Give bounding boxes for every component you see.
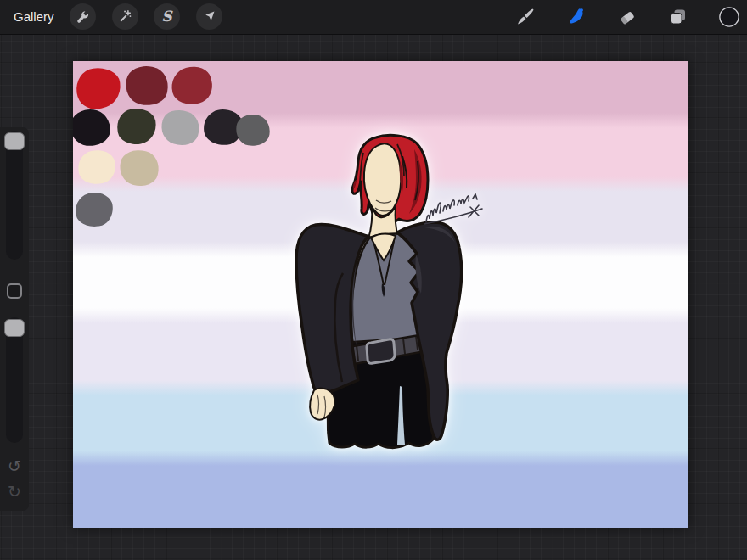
erase-tool-button[interactable] — [616, 6, 638, 28]
artist-signature — [424, 194, 482, 224]
layers-icon — [667, 6, 689, 28]
opacity-handle[interactable] — [4, 319, 25, 337]
undo-button[interactable]: ↺ — [0, 455, 29, 477]
gallery-button[interactable]: Gallery — [14, 0, 54, 34]
color-well-button[interactable] — [718, 6, 740, 28]
adjustments-button[interactable] — [112, 3, 138, 30]
redo-arrow-icon: ↻ — [8, 482, 21, 501]
canvas-artwork[interactable] — [73, 61, 688, 528]
palette-swatch[interactable] — [167, 63, 216, 109]
palette-swatch[interactable] — [74, 190, 115, 228]
palette-swatch[interactable] — [122, 62, 171, 109]
smudge-finger-icon — [565, 6, 587, 28]
smudge-tool-button[interactable] — [565, 6, 587, 28]
selection-button[interactable]: S — [154, 3, 180, 30]
undo-arrow-icon: ↺ — [8, 456, 21, 475]
color-circle-icon — [718, 5, 740, 29]
magic-wand-icon — [118, 9, 132, 24]
transform-arrow-icon — [202, 9, 216, 24]
actions-button[interactable] — [70, 3, 96, 30]
eraser-icon — [616, 6, 638, 28]
brush-size-handle[interactable] — [4, 132, 25, 150]
selection-s-icon: S — [161, 9, 171, 24]
palette-swatch[interactable] — [75, 147, 118, 188]
paint-tool-button[interactable] — [514, 6, 536, 28]
modify-button[interactable] — [7, 283, 22, 299]
palette-swatch[interactable] — [157, 105, 204, 150]
layers-button[interactable] — [667, 6, 689, 28]
palette-swatch[interactable] — [74, 65, 123, 112]
figure-drawing — [289, 127, 492, 450]
sidebar: ↺ ↻ — [0, 127, 29, 511]
procreate-app: Gallery S — [0, 0, 747, 560]
palette-swatch[interactable] — [116, 146, 163, 190]
belt-buckle — [367, 339, 395, 364]
palette-swatch[interactable] — [115, 105, 160, 147]
wrench-icon — [76, 9, 90, 24]
topbar: Gallery S — [0, 0, 747, 35]
redo-button[interactable]: ↻ — [0, 480, 29, 502]
paint-brush-icon — [514, 6, 536, 28]
palette-swatch[interactable] — [73, 108, 112, 148]
transform-button[interactable] — [196, 3, 222, 30]
